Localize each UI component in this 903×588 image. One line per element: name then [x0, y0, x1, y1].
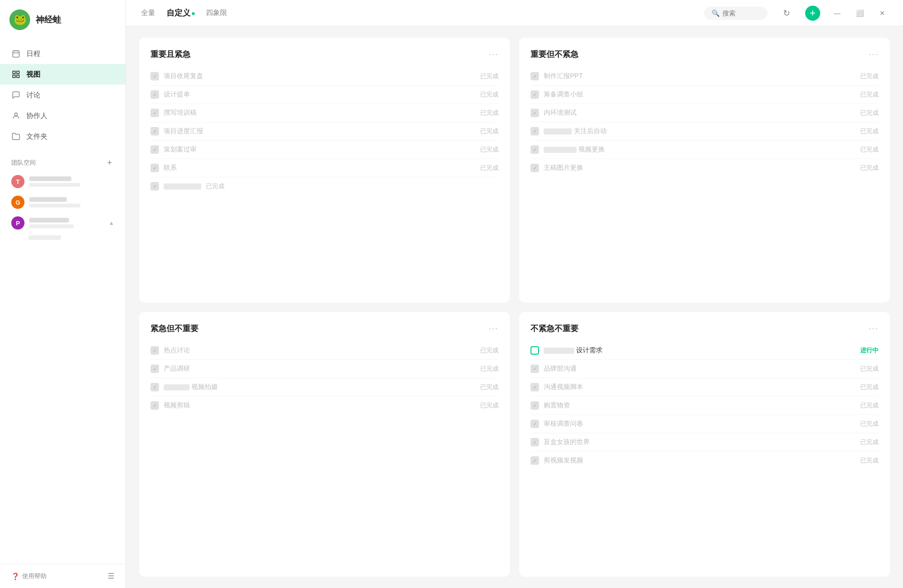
- task-item: 设计需求 进行中: [531, 342, 879, 360]
- task-checkbox[interactable]: [531, 438, 539, 446]
- task-checkbox[interactable]: [531, 456, 539, 465]
- task-status: 已完成: [860, 420, 879, 428]
- main-area: 全量 自定义 四象限 🔍 ↻ + — ⬜ ✕ 重要且紧急 ···: [126, 0, 903, 588]
- task-checkbox[interactable]: [150, 346, 159, 355]
- search-box[interactable]: 🔍: [704, 7, 768, 20]
- team-item-2[interactable]: G: [0, 192, 126, 213]
- task-checkbox[interactable]: [531, 346, 539, 355]
- add-team-button[interactable]: +: [105, 158, 114, 167]
- quadrant-important-not-urgent: 重要但不紧急 ··· 制作汇报PPT 已完成 筹备调查小组 已完成 内环境测试 …: [519, 38, 890, 302]
- task-status: 已完成: [860, 109, 879, 117]
- task-checkbox[interactable]: [150, 127, 159, 135]
- task-checkbox[interactable]: [150, 365, 159, 373]
- search-input[interactable]: [722, 9, 760, 17]
- task-status: 已完成: [480, 145, 499, 154]
- sidebar-item-collaborator[interactable]: 协作人: [0, 105, 126, 126]
- task-checkbox[interactable]: [150, 145, 159, 154]
- sidebar-header: 🐸 神经蛙: [0, 0, 126, 40]
- sidebar-item-schedule[interactable]: 日程: [0, 43, 126, 64]
- task-name: 撰写培训稿: [164, 109, 475, 117]
- task-status: 已完成: [860, 383, 879, 391]
- task-item: 购置物资 已完成: [531, 397, 879, 415]
- team-item-1[interactable]: T: [0, 171, 126, 192]
- q2-more-button[interactable]: ···: [869, 49, 879, 59]
- tab-custom[interactable]: 自定义: [166, 6, 195, 20]
- task-name: 沟通视频脚本: [544, 383, 855, 391]
- task-status: 已完成: [480, 109, 499, 117]
- schedule-label: 日程: [26, 49, 40, 58]
- maximize-button[interactable]: ⬜: [854, 8, 865, 19]
- task-checkbox[interactable]: [150, 383, 159, 391]
- content-area: 重要且紧急 ··· 项目收尾复盘 已完成 设计提单 已完成 撰写培训稿 已完成 …: [126, 26, 903, 588]
- task-name: 内环境测试: [544, 109, 855, 117]
- task-status: 已完成: [860, 145, 879, 154]
- team-item-3[interactable]: P ▲: [0, 213, 126, 233]
- q4-more-button[interactable]: ···: [869, 324, 879, 334]
- task-status: 已完成: [860, 365, 879, 373]
- task-item: 沟通视频脚本 已完成: [531, 378, 879, 397]
- task-name: 视频更换: [578, 145, 605, 154]
- view-label: 视图: [26, 70, 40, 79]
- q4-header: 不紧急不重要 ···: [531, 323, 879, 334]
- q1-more-button[interactable]: ···: [489, 49, 499, 59]
- task-item: 项目收尾复盘 已完成: [150, 67, 499, 86]
- task-name: 视频剪辑: [164, 401, 475, 410]
- task-checkbox[interactable]: [150, 182, 159, 191]
- sidebar-footer: ❓ 使用帮助 ☰: [0, 564, 126, 588]
- task-name: 主稿图片更换: [544, 164, 855, 172]
- task-checkbox[interactable]: [531, 145, 539, 154]
- task-name: 产品调研: [164, 365, 475, 373]
- task-name: 筹备调查小组: [544, 90, 855, 99]
- task-checkbox[interactable]: [150, 72, 159, 80]
- sidebar-item-view[interactable]: 视图: [0, 64, 126, 85]
- task-status: 已完成: [860, 90, 879, 99]
- task-name: 审核调查问卷: [544, 420, 855, 428]
- task-checkbox[interactable]: [531, 72, 539, 80]
- task-name: 项目进度汇报: [164, 127, 475, 135]
- task-name: 购置物资: [544, 401, 855, 410]
- task-name: 热点讨论: [164, 346, 475, 355]
- q1-header: 重要且紧急 ···: [150, 49, 499, 60]
- minimize-button[interactable]: —: [832, 8, 843, 19]
- sidebar-item-discuss[interactable]: 讨论: [0, 85, 126, 105]
- task-item: 内环境测试 已完成: [531, 104, 879, 122]
- custom-tab-dot: [192, 12, 195, 15]
- discuss-icon: [11, 90, 21, 100]
- task-checkbox[interactable]: [531, 420, 539, 428]
- task-checkbox[interactable]: [531, 90, 539, 99]
- sidebar-item-folder[interactable]: 文件夹: [0, 126, 126, 147]
- search-icon: 🔍: [712, 9, 720, 17]
- task-status: 进行中: [860, 346, 879, 355]
- help-link[interactable]: ❓ 使用帮助: [11, 572, 47, 580]
- menu-icon[interactable]: ☰: [108, 572, 114, 580]
- task-item: 审核调查问卷 已完成: [531, 415, 879, 433]
- task-checkbox[interactable]: [150, 401, 159, 410]
- quadrant-urgent-important: 重要且紧急 ··· 项目收尾复盘 已完成 设计提单 已完成 撰写培训稿 已完成 …: [139, 38, 510, 302]
- task-checkbox[interactable]: [531, 401, 539, 410]
- view-icon: [11, 70, 21, 79]
- task-name: 关注后自动: [574, 127, 607, 135]
- q3-more-button[interactable]: ···: [489, 324, 499, 334]
- task-checkbox[interactable]: [150, 90, 159, 99]
- task-name: 项目收尾复盘: [164, 72, 475, 80]
- task-checkbox[interactable]: [150, 164, 159, 172]
- task-checkbox[interactable]: [531, 365, 539, 373]
- task-item: 主稿图片更换 已完成: [531, 159, 879, 177]
- tab-four-limit[interactable]: 四象限: [206, 7, 227, 19]
- close-button[interactable]: ✕: [877, 8, 888, 19]
- tab-all[interactable]: 全量: [141, 7, 155, 19]
- task-checkbox[interactable]: [531, 383, 539, 391]
- help-label: 使用帮助: [22, 572, 47, 580]
- svg-point-8: [15, 113, 17, 116]
- expand-icon: ▲: [109, 220, 114, 226]
- app-logo: 🐸: [9, 9, 30, 30]
- task-checkbox[interactable]: [150, 109, 159, 117]
- task-checkbox[interactable]: [531, 164, 539, 172]
- task-name: 设计提单: [164, 90, 475, 99]
- team-section-header: 团队空间 +: [0, 151, 126, 171]
- task-checkbox[interactable]: [531, 127, 539, 135]
- task-name: 设计需求: [576, 346, 602, 355]
- refresh-button[interactable]: ↻: [779, 6, 794, 21]
- add-button[interactable]: +: [805, 6, 820, 21]
- task-checkbox[interactable]: [531, 109, 539, 117]
